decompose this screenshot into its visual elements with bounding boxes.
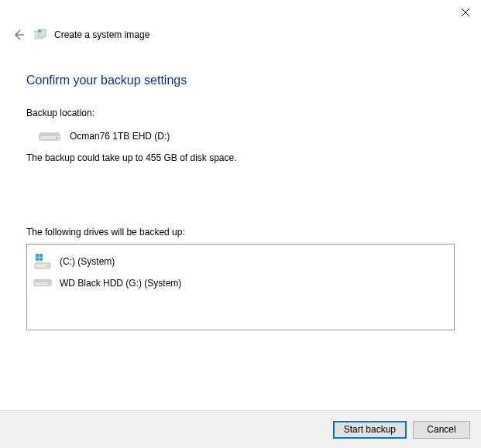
hard-drive-icon [39, 129, 60, 143]
drives-list: (C:) (System) WD Black HDD (G:) (System) [26, 244, 455, 330]
backup-drive-name: Ocman76 1TB EHD (D:) [70, 131, 170, 142]
system-image-icon [34, 29, 46, 41]
windows-drive-icon [33, 252, 52, 271]
svg-rect-5 [39, 30, 41, 32]
svg-rect-13 [36, 258, 39, 261]
svg-point-17 [48, 283, 50, 285]
svg-rect-11 [36, 254, 39, 257]
list-item: (C:) (System) [27, 249, 454, 274]
wizard-title: Create a system image [54, 29, 149, 40]
svg-rect-16 [34, 280, 51, 282]
wizard-header: Create a system image [0, 0, 481, 43]
cancel-button[interactable]: Cancel [413, 421, 470, 439]
list-item: WD Black HDD (G:) (System) [27, 274, 454, 292]
content-area: Confirm your backup settings Backup loca… [0, 43, 481, 330]
svg-point-10 [47, 265, 49, 267]
back-button[interactable] [11, 27, 26, 43]
drive-item-label: (C:) (System) [60, 256, 115, 267]
svg-rect-7 [40, 133, 60, 136]
page-heading: Confirm your backup settings [26, 74, 455, 87]
start-backup-button[interactable]: Start backup [333, 421, 407, 439]
backup-location-label: Backup location: [26, 108, 455, 118]
svg-rect-14 [40, 258, 43, 261]
svg-point-8 [56, 137, 57, 139]
drive-item-label: WD Black HDD (G:) (System) [60, 278, 181, 289]
svg-rect-12 [40, 254, 43, 257]
space-estimate-text: The backup could take up to 455 GB of di… [26, 152, 455, 163]
drives-list-label: The following drives will be backed up: [26, 227, 455, 238]
close-button[interactable] [458, 5, 473, 20]
backup-location-row: Ocman76 1TB EHD (D:) [26, 128, 455, 145]
dialog-footer: Start backup Cancel [0, 410, 481, 448]
hard-drive-icon [33, 277, 52, 289]
